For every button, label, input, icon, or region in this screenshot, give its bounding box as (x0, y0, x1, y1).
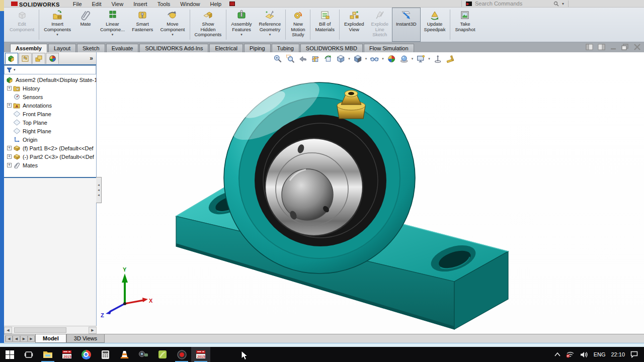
apply-scene-icon[interactable] (399, 54, 409, 64)
panel-more-tabs-button[interactable]: » (90, 55, 93, 62)
taskbar-calculator[interactable] (96, 347, 115, 362)
tab-assembly[interactable]: Assembly (10, 44, 47, 52)
exploded-view-button[interactable]: Exploded View (341, 8, 368, 42)
task-view-button[interactable] (19, 347, 38, 362)
collapse-right-pane-icon[interactable] (598, 44, 605, 50)
tree-item-origin[interactable]: Origin (4, 135, 96, 144)
tree-root-assembly[interactable]: Assem2 (Default<Display State-1 (4, 75, 96, 84)
update-speedpak-button[interactable]: Update Speedpak (421, 8, 449, 42)
bill-of-materials-button[interactable]: Bill of Materials (311, 8, 338, 42)
view-settings-icon[interactable] (416, 54, 426, 64)
taskbar-vlc[interactable] (115, 347, 134, 362)
expand-icon[interactable]: + (7, 146, 12, 150)
dropdown-caret-icon[interactable]: ▾ (240, 33, 243, 37)
expand-icon[interactable]: + (7, 103, 12, 108)
tab-displaymanager[interactable] (46, 53, 59, 64)
tab-configurationmanager[interactable] (32, 53, 45, 64)
tab-piping[interactable]: Piping (244, 44, 271, 52)
menu-insert[interactable]: Insert (128, 0, 152, 8)
taskbar-green-app[interactable] (153, 347, 172, 362)
show-hidden-components-button[interactable]: Show Hidden Components (191, 8, 225, 42)
measure-tool-icon[interactable] (445, 54, 455, 64)
dropdown-caret-icon[interactable]: ▾ (56, 33, 58, 37)
menu-help[interactable]: Help (205, 0, 226, 8)
take-snapshot-button[interactable]: Take Snapshot (451, 8, 478, 42)
apply-scene-caret-icon[interactable]: ▾ (412, 57, 414, 61)
tab-model[interactable]: Model (35, 334, 66, 343)
panel-horizontal-scrollbar[interactable]: ◀ ▶ (4, 326, 97, 334)
expand-icon[interactable]: + (7, 86, 12, 90)
new-motion-study-button[interactable]: New Motion Study (287, 8, 309, 42)
display-style-icon[interactable] (353, 54, 363, 64)
clock[interactable]: 22:10 (611, 351, 625, 357)
tab-electrical[interactable]: Electrical (209, 44, 243, 52)
scroll-right-arrow[interactable]: ▶ (89, 327, 97, 334)
mate-button[interactable]: Mate (74, 8, 97, 42)
tab-3d-views[interactable]: 3D Views (66, 334, 105, 343)
panel-splitter-handle[interactable]: ◂ ◂ ◂ (96, 177, 102, 203)
move-component-button[interactable]: Move Component ▾ (156, 8, 188, 42)
first-tab-button[interactable]: ◀ (5, 335, 13, 342)
scrollbar-thumb[interactable] (14, 327, 66, 333)
taskbar-screen-recorder[interactable] (172, 347, 191, 362)
view-orientation-caret-icon[interactable]: ▾ (348, 57, 350, 61)
dropdown-caret-icon[interactable]: ▾ (172, 33, 174, 37)
action-center-icon[interactable] (630, 351, 638, 358)
taskbar-chrome[interactable] (76, 347, 96, 362)
tab-solidworks-mbd[interactable]: SOLIDWORKS MBD (300, 44, 363, 52)
view-settings-caret-icon[interactable]: ▾ (428, 57, 430, 61)
previous-tab-button[interactable]: ◀ (13, 335, 20, 342)
taskbar-file-explorer[interactable] (38, 347, 57, 362)
tree-item-part2[interactable]: + (-) Part2 C<3> (Default<<Def (4, 152, 96, 161)
taskbar-solidworks-active[interactable]: 2015 (191, 347, 210, 362)
tab-propertymanager[interactable] (19, 53, 32, 64)
smart-fasteners-button[interactable]: Smart Fasteners (128, 8, 156, 42)
tab-evaluate[interactable]: Evaluate (106, 44, 139, 52)
tree-item-front-plane[interactable]: Front Plane (4, 110, 96, 118)
display-style-caret-icon[interactable]: ▾ (365, 57, 367, 61)
graphics-viewport[interactable]: ▾ ▾ ▾ ▾ ▾ (99, 52, 644, 334)
edit-appearance-icon[interactable] (386, 54, 396, 64)
previous-view-icon[interactable] (298, 54, 308, 64)
filter-caret-icon[interactable]: ▾ (14, 68, 16, 72)
zoom-area-icon[interactable] (285, 54, 295, 64)
hide-show-items-caret-icon[interactable]: ▾ (382, 57, 384, 61)
scroll-left-arrow[interactable]: ◀ (4, 327, 12, 334)
restore-icon[interactable] (621, 44, 629, 50)
menu-tools[interactable]: Tools (152, 0, 176, 8)
tab-solidworks-add-ins[interactable]: SOLIDWORKS Add-Ins (139, 44, 208, 52)
view-orientation-icon[interactable] (336, 54, 346, 64)
search-scope-caret-icon[interactable]: ▾ (562, 2, 564, 6)
menu-file[interactable]: File (68, 0, 87, 8)
tree-item-right-plane[interactable]: Right Plane (4, 127, 96, 135)
network-disconnected-icon[interactable] (566, 351, 575, 358)
axis-indicator-icon[interactable] (433, 54, 443, 64)
tree-item-history[interactable]: + History (4, 84, 96, 93)
menu-window[interactable]: Window (175, 0, 205, 8)
taskbar-camera-app[interactable] (134, 347, 153, 362)
last-tab-button[interactable]: ▶ (28, 335, 35, 342)
tree-item-sensors[interactable]: Sensors (4, 93, 96, 101)
tree-item-mates[interactable]: + Mates (4, 161, 96, 169)
hide-show-items-icon[interactable] (369, 54, 379, 64)
reference-geometry-button[interactable]: Reference Geometry ▾ (256, 8, 285, 42)
start-button[interactable] (0, 347, 19, 362)
section-view-icon[interactable] (310, 54, 320, 64)
taskbar-solidworks[interactable]: 2015 (57, 347, 76, 362)
language-indicator[interactable]: ENG (594, 351, 606, 357)
tree-item-part1[interactable]: + (f) Part1 B<2> (Default<<Def (4, 144, 96, 152)
collapse-left-pane-icon[interactable] (586, 44, 593, 50)
search-commands-box[interactable]: Search Commands ▾ (461, 1, 569, 7)
3d-drawing-view-icon[interactable] (323, 54, 333, 64)
zoom-fit-icon[interactable] (273, 54, 283, 64)
tab-layout[interactable]: Layout (48, 44, 76, 52)
expand-icon[interactable]: + (7, 154, 12, 159)
tab-tubing[interactable]: Tubing (272, 44, 299, 52)
menu-edit[interactable]: Edit (87, 0, 107, 8)
menu-view[interactable]: View (106, 0, 128, 8)
dropdown-caret-icon[interactable]: ▾ (269, 33, 271, 37)
instant3d-button[interactable]: Instant3D (392, 8, 421, 42)
tray-chevron-up-icon[interactable] (554, 352, 560, 356)
search-icon[interactable] (553, 1, 559, 7)
insert-components-button[interactable]: Insert Components ▾ (40, 8, 74, 42)
